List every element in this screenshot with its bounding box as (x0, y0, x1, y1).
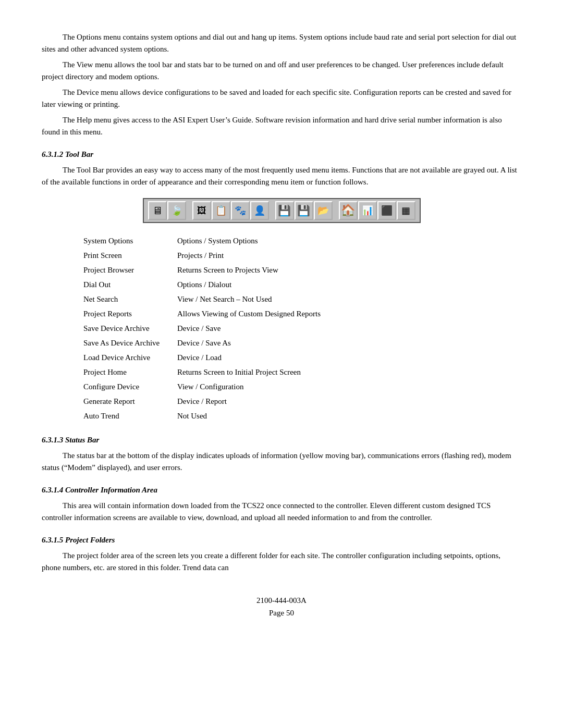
function-name: Print Screen (42, 248, 167, 263)
function-menu: Device / Load (167, 350, 521, 365)
toolbar-btn-system-options[interactable]: 🖥 (148, 201, 167, 220)
function-row: Auto TrendNot Used (42, 409, 521, 423)
function-menu: Allows Viewing of Custom Designed Report… (167, 306, 521, 321)
function-row: Configure DeviceView / Configuration (42, 379, 521, 394)
function-menu: View / Net Search – Not Used (167, 292, 521, 306)
section-heading-tool-bar: 6.3.1.2 Tool Bar (42, 150, 521, 159)
function-name: Dial Out (42, 277, 167, 292)
function-name: System Options (42, 233, 167, 248)
function-menu: Device / Report (167, 394, 521, 409)
intro-para-3: The Device menu allows device configurat… (42, 87, 521, 110)
toolbar-group-1: 🖥 🍃 (148, 201, 186, 220)
function-row: Project ReportsAllows Viewing of Custom … (42, 306, 521, 321)
intro-para-4: The Help menu gives access to the ASI Ex… (42, 114, 521, 138)
page-footer: 2100-444-003A Page 50 (42, 594, 521, 619)
function-menu: Device / Save As (167, 336, 521, 350)
function-menu: Projects / Print (167, 248, 521, 263)
function-name: Generate Report (42, 394, 167, 409)
function-row: Save As Device ArchiveDevice / Save As (42, 336, 521, 350)
doc-number: 2100-444-003A (42, 594, 521, 607)
function-row: Dial OutOptions / Dialout (42, 277, 521, 292)
function-name: Auto Trend (42, 409, 167, 423)
function-menu: Returns Screen to Initial Project Screen (167, 365, 521, 379)
section-heading-status-bar: 6.3.1.3 Status Bar (42, 436, 521, 445)
toolbar-btn-dial-out[interactable]: 📋 (212, 201, 230, 220)
section-heading-controller-info: 6.3.1.4 Controller Information Area (42, 486, 521, 495)
intro-para-1: The Options menu contains system options… (42, 31, 521, 55)
toolbar-btn-save-as-device[interactable]: 💾 (295, 201, 313, 220)
toolbar-btn-print-screen[interactable]: 🍃 (167, 201, 186, 220)
function-table: System OptionsOptions / System OptionsPr… (42, 233, 521, 423)
function-row: Generate ReportDevice / Report (42, 394, 521, 409)
toolbar-btn-project-browser[interactable]: 🖼 (192, 201, 211, 220)
function-row: Project BrowserReturns Screen to Project… (42, 263, 521, 277)
toolbar-container: 🖥 🍃 🖼 📋 🐾 👤 (42, 198, 521, 223)
section-body-status-bar: The status bar at the bottom of the disp… (42, 450, 521, 473)
function-row: Print ScreenProjects / Print (42, 248, 521, 263)
page-label: Page 50 (42, 607, 521, 619)
toolbar-btn-generate-report[interactable]: ⬛ (377, 201, 396, 220)
function-name: Save Device Archive (42, 321, 167, 336)
function-menu: Not Used (167, 409, 521, 423)
function-menu: View / Configuration (167, 379, 521, 394)
function-name: Save As Device Archive (42, 336, 167, 350)
function-menu: Device / Save (167, 321, 521, 336)
toolbar-image: 🖥 🍃 🖼 📋 🐾 👤 (143, 198, 421, 223)
function-name: Load Device Archive (42, 350, 167, 365)
toolbar-btn-project-home[interactable]: 🏠 (339, 201, 358, 220)
section-tool-bar: 6.3.1.2 Tool Bar The Tool Bar provides a… (42, 150, 521, 423)
function-menu: Options / System Options (167, 233, 521, 248)
section-controller-info: 6.3.1.4 Controller Information Area This… (42, 486, 521, 523)
toolbar-btn-configure-device[interactable]: 📊 (358, 201, 377, 220)
section-project-folders: 6.3.1.5 Project Folders The project fold… (42, 536, 521, 573)
function-name: Project Home (42, 365, 167, 379)
toolbar-btn-net-search[interactable]: 🐾 (231, 201, 250, 220)
intro-para-2: The View menu allows the tool bar and st… (42, 59, 521, 82)
function-row: System OptionsOptions / System Options (42, 233, 521, 248)
toolbar-btn-auto-trend[interactable]: ▦ (397, 201, 415, 220)
section-body-controller-info: This area will contain information down … (42, 500, 521, 523)
function-name: Configure Device (42, 379, 167, 394)
function-name: Project Reports (42, 306, 167, 321)
toolbar-btn-project-reports[interactable]: 👤 (250, 201, 269, 220)
function-row: Project HomeReturns Screen to Initial Pr… (42, 365, 521, 379)
section-body-tool-bar: The Tool Bar provides an easy way to acc… (42, 164, 521, 188)
function-name: Project Browser (42, 263, 167, 277)
toolbar-group-4: 🏠 📊 ⬛ ▦ (339, 201, 415, 220)
toolbar-btn-load-device[interactable]: 📂 (314, 201, 333, 220)
toolbar-group-3: 💾 💾 📂 (275, 201, 333, 220)
function-menu: Returns Screen to Projects View (167, 263, 521, 277)
toolbar-group-2: 🖼 📋 🐾 👤 (192, 201, 269, 220)
function-name: Net Search (42, 292, 167, 306)
section-body-project-folders: The project folder area of the screen le… (42, 550, 521, 573)
function-row: Net SearchView / Net Search – Not Used (42, 292, 521, 306)
intro-section: The Options menu contains system options… (42, 31, 521, 138)
section-status-bar: 6.3.1.3 Status Bar The status bar at the… (42, 436, 521, 473)
section-heading-project-folders: 6.3.1.5 Project Folders (42, 536, 521, 545)
function-row: Load Device ArchiveDevice / Load (42, 350, 521, 365)
toolbar-btn-save-device[interactable]: 💾 (275, 201, 294, 220)
function-row: Save Device ArchiveDevice / Save (42, 321, 521, 336)
function-menu: Options / Dialout (167, 277, 521, 292)
